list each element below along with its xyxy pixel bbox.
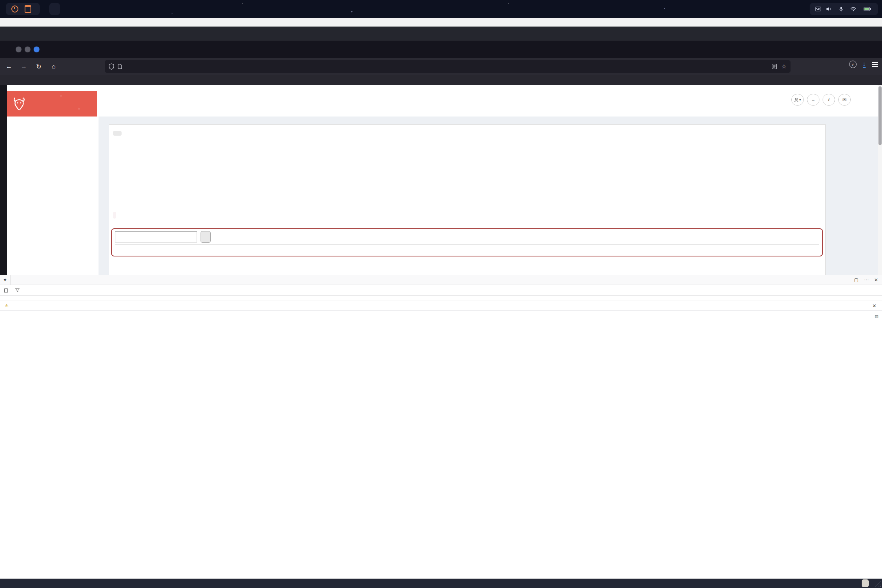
clock-icon xyxy=(11,5,18,13)
wifi-icon xyxy=(850,7,856,11)
virtualbox-statusbar xyxy=(0,579,882,588)
page-scrollbar[interactable] xyxy=(878,85,882,275)
list-tabs-icon[interactable] xyxy=(25,47,30,52)
contact-button[interactable]: ✉ xyxy=(838,94,851,106)
lesson-paragraph xyxy=(113,203,821,219)
keyboard-icon xyxy=(815,7,821,11)
firefox-account-icon[interactable] xyxy=(34,47,39,52)
submit-button[interactable] xyxy=(201,231,211,243)
host-panel xyxy=(0,0,882,18)
code-snippet xyxy=(113,212,116,219)
scam-warning-row: ⚠ ✕ xyxy=(0,301,882,311)
funnel-icon xyxy=(15,288,20,292)
console-filter-bar xyxy=(0,285,882,296)
pick-element-icon[interactable]: ⌖ xyxy=(0,275,11,285)
app-menu-icon[interactable] xyxy=(872,62,878,63)
tab-overflow-icon[interactable] xyxy=(16,47,22,52)
tracking-shield-icon[interactable] xyxy=(109,63,114,70)
downloads-icon[interactable]: ↓ xyxy=(863,61,866,68)
forward-button[interactable]: → xyxy=(18,61,30,72)
back-button[interactable]: ← xyxy=(3,61,15,72)
calendar-icon xyxy=(25,5,31,13)
report-card-button[interactable]: ≡ xyxy=(807,94,819,106)
browser-tab-bar xyxy=(0,41,882,58)
microphone-icon xyxy=(839,7,843,12)
pocket-icon[interactable]: ∨ xyxy=(849,61,857,68)
lesson-main: ▾ ≡ i ✉ xyxy=(97,85,882,275)
scrollbar-thumb[interactable] xyxy=(878,86,882,145)
devtools-close-icon[interactable]: ✕ xyxy=(874,277,878,283)
workspace-switcher[interactable] xyxy=(49,3,60,15)
reload-button[interactable]: ↻ xyxy=(33,61,45,72)
url-bar[interactable]: ☆ xyxy=(105,60,791,73)
console-sidebar-toggle-icon[interactable]: ▤ xyxy=(875,313,882,319)
clear-console-icon[interactable] xyxy=(0,285,12,295)
console-input-row[interactable]: ▤ xyxy=(0,311,882,321)
devtools-menu-icon[interactable]: ⋯ xyxy=(864,277,869,283)
user-menu-button[interactable]: ▾ xyxy=(791,94,804,106)
assignment-box xyxy=(111,228,823,256)
divider xyxy=(115,244,819,245)
webgoat-sidebar xyxy=(7,91,97,117)
resize-grip[interactable] xyxy=(875,581,881,587)
reader-mode-icon[interactable] xyxy=(772,64,777,69)
bookmarks-bar xyxy=(0,75,882,85)
sidebar-edge-strip xyxy=(0,85,7,275)
webgoat-logo[interactable] xyxy=(7,91,97,117)
lesson-card xyxy=(109,124,826,275)
host-clock-widget[interactable] xyxy=(6,3,40,15)
page-info-icon[interactable] xyxy=(118,64,122,69)
responsive-mode-icon[interactable]: ▢ xyxy=(854,277,859,283)
browser-navbar: ← → ↻ ⌂ ☆ ∨ ↓ xyxy=(0,58,882,75)
kali-taskbar xyxy=(0,27,882,41)
answer-input[interactable] xyxy=(115,231,197,242)
battery-icon xyxy=(864,7,871,11)
filter-output-input[interactable] xyxy=(12,288,879,292)
lesson-panel xyxy=(99,117,882,275)
volume-icon xyxy=(826,7,832,11)
devtools-toolbar: ⌖ ▢ ⋯ ✕ xyxy=(0,275,882,285)
new-tab-button[interactable] xyxy=(2,43,13,55)
home-button[interactable]: ⌂ xyxy=(48,61,59,72)
about-button[interactable]: i xyxy=(823,94,835,106)
host-status-tray[interactable] xyxy=(810,3,878,15)
reset-lesson-button[interactable] xyxy=(113,131,122,136)
vbox-status-icons xyxy=(862,579,869,587)
page-content: ▾ ≡ i ✉ xyxy=(0,85,882,275)
warning-icon: ⚠ xyxy=(5,303,9,308)
goat-icon xyxy=(13,96,26,111)
virtualbox-menubar xyxy=(0,18,882,27)
devtools-panel: ⌖ ▢ ⋯ ✕ ⚠ ✕ ▤ xyxy=(0,275,882,579)
dismiss-warning-icon[interactable]: ✕ xyxy=(872,303,882,309)
bookmark-star-icon[interactable]: ☆ xyxy=(782,63,787,70)
person-icon xyxy=(794,97,799,102)
